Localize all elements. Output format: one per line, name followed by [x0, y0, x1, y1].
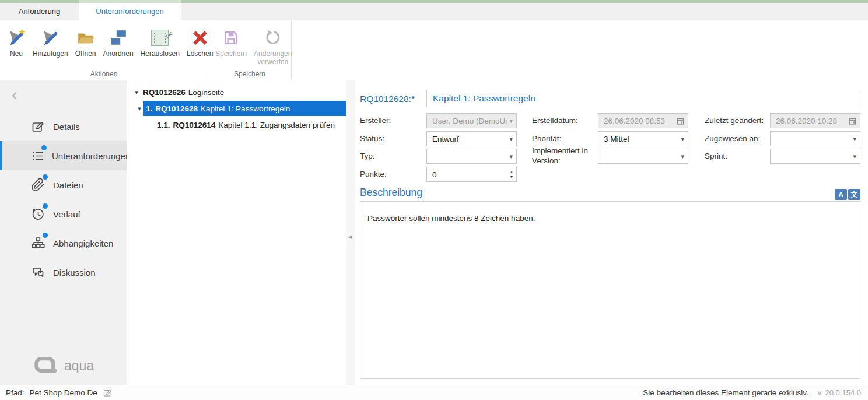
hinzufuegen-button[interactable]: Hinzufügen — [30, 25, 71, 59]
typ-label: Typ: — [360, 152, 375, 162]
ribbon-tabbar: Anforderung Unteranforderungen — [0, 3, 868, 20]
chevron-down-icon — [681, 153, 684, 160]
sidebar-item-dateien[interactable]: Dateien — [0, 170, 127, 199]
speichern-button[interactable]: Speichern — [212, 25, 250, 59]
neu-label: Neu — [10, 50, 23, 58]
zuletzt-geaendert-field[interactable]: 26.06.2020 10:28 — [770, 113, 860, 128]
sidebar-item-abhaengigkeiten[interactable]: Abhängigkeiten — [0, 229, 127, 258]
back-chevron-icon[interactable] — [12, 86, 28, 104]
chevron-down-icon — [509, 153, 513, 160]
prioritaet-dropdown[interactable]: 3 Mittel — [598, 131, 688, 146]
aqua-logo-icon — [33, 356, 59, 376]
oeffnen-button[interactable]: Öffnen — [72, 25, 99, 59]
sidebar-item-details[interactable]: Details — [0, 112, 127, 141]
herausloesen-button[interactable]: Herauslösen — [138, 25, 183, 59]
sprint-label: Sprint: — [705, 152, 727, 162]
requirements-tree: RQ1012626 Loginseite 1. RQ1012628 Kapite… — [127, 80, 346, 385]
status-dropdown[interactable]: Entwurf — [426, 131, 517, 146]
save-icon — [222, 26, 240, 50]
implementiert-in-version-dropdown[interactable] — [598, 149, 688, 164]
requirement-id-label: RQ1012628:* — [360, 94, 415, 104]
zugewiesen-an-dropdown[interactable] — [770, 131, 860, 146]
edit-path-icon[interactable] — [103, 388, 113, 398]
statusbar: Pfad: Pet Shop Demo De Sie bearbeiten di… — [0, 385, 868, 400]
sidebar-item-diskussion[interactable]: Diskussion — [0, 258, 127, 287]
erstelldatum-label: Erstelldatum: — [532, 116, 578, 126]
beschreibung-heading: Beschreibung — [360, 187, 422, 199]
stepper-down-icon[interactable]: ▾ — [510, 174, 513, 180]
speichern-label: Speichern — [215, 50, 247, 58]
erstelldatum-field[interactable]: 26.06.2020 08:53 — [598, 113, 688, 128]
aenderungen-verwerfen-button[interactable]: Änderungen verwerfen — [251, 25, 295, 68]
arrange-icon — [109, 26, 128, 50]
tree-item-title: Loginseite — [188, 88, 225, 97]
beschreibung-textarea[interactable]: Passwörter sollen mindestens 8 Zeichen h… — [360, 201, 860, 379]
notification-badge — [41, 145, 47, 150]
tree-row-rq1012626[interactable]: RQ1012626 Loginseite — [127, 84, 346, 100]
chevron-down-icon — [853, 135, 856, 143]
sidebar-items: Details Unteranforderungen — [0, 112, 127, 287]
stepper-up-icon[interactable]: ▴ — [510, 169, 513, 174]
sidebar-item-unteranforderungen[interactable]: Unteranforderungen — [0, 141, 127, 170]
oeffnen-label: Öffnen — [75, 50, 96, 58]
main-content: Details Unteranforderungen — [0, 80, 868, 385]
tree-item-number: 1.1. — [157, 121, 170, 129]
tree-item[interactable]: 1.1. RQ1012614 Kapitel 1.1: Zugangsdaten… — [155, 117, 340, 132]
calendar-icon — [677, 117, 684, 125]
extract-icon — [151, 26, 169, 50]
tree-item-selected[interactable]: 1. RQ1012628 Kapitel 1: Passwortregeln — [144, 101, 346, 116]
ersteller-value: User, Demo (DemoUs ... — [432, 117, 507, 125]
erstelldatum-value: 26.06.2020 08:53 — [604, 117, 674, 125]
tree-item[interactable]: RQ1012626 Loginseite — [141, 85, 229, 100]
typ-dropdown[interactable] — [426, 149, 517, 164]
punkte-stepper[interactable]: 0 ▴ ▾ — [426, 167, 517, 182]
details-icon — [30, 119, 46, 134]
sidebar-item-verlauf[interactable]: Verlauf — [0, 199, 127, 229]
expand-arrow-icon[interactable] — [132, 89, 141, 96]
tree-item-id: RQ1012626 — [143, 88, 186, 97]
collapse-handle-icon[interactable] — [348, 233, 354, 241]
translate-tool-button[interactable]: 文 — [848, 189, 860, 200]
tab-anforderung[interactable]: Anforderung — [0, 3, 79, 20]
discard-changes-icon — [264, 26, 282, 50]
add-requirement-icon — [41, 26, 60, 50]
open-folder-icon — [76, 26, 95, 50]
notification-badge — [43, 233, 48, 238]
implementiert-in-version-label: Implementiert in Version: — [532, 146, 594, 166]
sprint-dropdown[interactable] — [770, 149, 860, 164]
tree-row-rq1012628[interactable]: 1. RQ1012628 Kapitel 1: Passwortregeln — [127, 100, 346, 117]
sidebar: Details Unteranforderungen — [0, 80, 127, 385]
stepper-buttons: ▴ ▾ — [510, 169, 513, 180]
zuletzt-geaendert-label: Zuletzt geändert: — [705, 116, 764, 126]
tree-item-id: RQ1012628 — [155, 104, 198, 113]
panel-splitter[interactable] — [346, 80, 355, 385]
expand-arrow-icon[interactable] — [135, 105, 144, 113]
tab-unteranforderungen[interactable]: Unteranforderungen — [79, 3, 181, 20]
title-input[interactable]: Kapitel 1: Passwortregeln — [426, 90, 860, 107]
ersteller-label: Ersteller: — [360, 116, 391, 126]
anordnen-button[interactable]: Anordnen — [100, 25, 136, 59]
group-label-aktionen: Aktionen — [0, 70, 208, 78]
status-label: Status: — [360, 134, 384, 144]
ersteller-dropdown[interactable]: User, Demo (DemoUs ... — [426, 113, 517, 128]
sidebar-item-label: Abhängigkeiten — [53, 238, 113, 248]
tree-item-title: Kapitel 1.1: Zugangsdaten prüfen — [218, 121, 335, 129]
chevron-down-icon — [681, 135, 684, 143]
zugewiesen-an-label: Zugewiesen an: — [705, 134, 760, 144]
herausloesen-label: Herauslösen — [141, 50, 180, 58]
description-toolbar: A 文 — [835, 189, 860, 200]
neu-button[interactable]: Neu — [4, 25, 29, 59]
path-label: Pfad: — [6, 388, 24, 397]
tree-row-rq1012614[interactable]: 1.1. RQ1012614 Kapitel 1.1: Zugangsdaten… — [127, 117, 346, 133]
sidebar-item-label: Verlauf — [53, 209, 80, 219]
tree-item-number: 1. — [146, 104, 152, 113]
app-window: Anforderung Unteranforderungen Neu — [0, 0, 868, 400]
aqua-logo: aqua — [0, 356, 127, 376]
prioritaet-value: 3 Mittel — [604, 135, 678, 143]
chevron-down-icon — [853, 153, 856, 160]
sidebar-item-label: Unteranforderungen — [52, 151, 130, 161]
status-value: Entwurf — [432, 135, 507, 143]
font-tool-button[interactable]: A — [835, 189, 847, 200]
notification-badge — [43, 174, 48, 180]
group-label-speichern: Speichern — [208, 70, 291, 78]
